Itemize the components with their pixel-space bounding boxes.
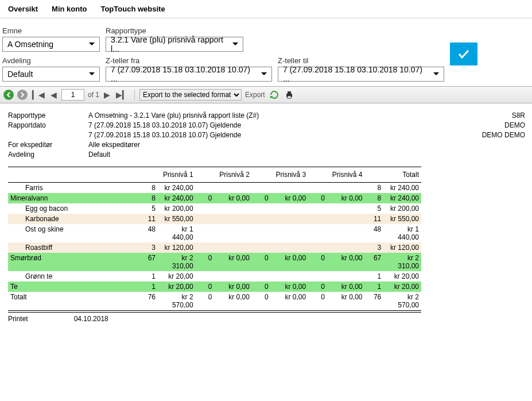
menu-toptouch-website[interactable]: TopTouch website <box>94 2 172 16</box>
row-cell <box>196 203 215 214</box>
table-header-row: Prisnivå 1 Prisnivå 2 Prisnivå 3 Prisniv… <box>8 167 421 183</box>
row-cell <box>271 214 309 224</box>
meta-rapportdato-label: Rapportdato <box>8 121 88 129</box>
row-cell: 5 <box>365 203 384 214</box>
row-cell: 3 <box>365 242 384 253</box>
row-cell <box>327 271 365 282</box>
table-row: Ost og skine48kr 1 440,0048kr 1 440,00 <box>8 224 421 242</box>
row-cell <box>308 224 327 242</box>
row-cell: kr 0,00 <box>214 253 252 271</box>
row-cell: kr 2 310,00 <box>383 253 421 271</box>
menubar: Oversikt Min konto TopTouch website <box>0 0 532 18</box>
header-prisniva3: Prisnivå 3 <box>252 167 308 183</box>
row-cell: 0 <box>308 253 327 271</box>
row-cell <box>271 224 309 242</box>
refresh-icon <box>270 90 279 99</box>
row-cell: kr 240,00 <box>158 183 196 194</box>
row-cell: 8 <box>139 183 158 194</box>
zfra-label: Z-teller fra <box>106 56 272 65</box>
row-cell: 0 <box>196 253 215 271</box>
row-cell: kr 550,00 <box>383 214 421 224</box>
row-cell <box>327 224 365 242</box>
row-cell <box>196 214 215 224</box>
row-cell: 1 <box>139 271 158 282</box>
table-row: Farris8kr 240,008kr 240,00 <box>8 183 421 194</box>
row-name: Egg og bacon <box>8 203 139 214</box>
row-cell <box>214 183 252 194</box>
check-icon <box>457 47 471 61</box>
next-page-button[interactable]: ▶ <box>103 90 111 99</box>
row-cell: 8 <box>365 193 384 203</box>
row-cell: 67 <box>365 253 384 271</box>
row-name: Mineralvann <box>8 193 139 203</box>
meta-avdeling-value: Default <box>88 151 259 159</box>
zfra-dropdown[interactable]: 7 (27.09.2018 15.18 03.10.2018 10.07) ..… <box>106 67 272 82</box>
rapporttype-dropdown[interactable]: 3.2.1 Vare (plu) prisnivå rapport l... <box>106 37 243 52</box>
ztil-label: Z-teller til <box>278 56 444 65</box>
table-row: Egg og bacon5kr 200,005kr 200,00 <box>8 203 421 214</box>
prev-page-button[interactable]: ◀ <box>49 90 58 99</box>
header-prisniva4: Prisnivå 4 <box>308 167 364 183</box>
menu-min-konto[interactable]: Min konto <box>45 2 94 16</box>
export-button[interactable]: Export <box>245 91 265 99</box>
print-icon <box>285 90 294 99</box>
row-cell <box>214 271 252 282</box>
avdeling-dropdown[interactable]: Default <box>2 67 100 82</box>
emne-dropdown[interactable]: A Omsetning <box>2 37 100 52</box>
nav-back-button[interactable] <box>3 90 14 100</box>
row-cell: 0 <box>308 282 327 292</box>
row-cell <box>327 183 365 194</box>
meta-demo2: DEMO DEMO <box>482 131 525 139</box>
meta-rapportdato-value1: 7 (27.09.2018 15.18 03.10.2018 10.07) Gj… <box>88 121 259 129</box>
filter-form: Emne A Omsetning Rapporttype 3.2.1 Vare … <box>0 18 532 86</box>
row-cell: 8 <box>139 193 158 203</box>
meta-rapporttype-label: Rapporttype <box>8 111 88 119</box>
row-cell: kr 0,00 <box>271 253 309 271</box>
ztil-dropdown[interactable]: 7 (27.09.2018 15.18 03.10.2018 10.07) ..… <box>278 67 444 82</box>
row-cell: kr 0,00 <box>271 292 309 311</box>
row-name: Grønn te <box>8 271 139 282</box>
row-cell: 76 <box>139 292 158 311</box>
print-button[interactable] <box>284 89 295 101</box>
confirm-button[interactable] <box>450 43 477 65</box>
row-cell: 8 <box>365 183 384 194</box>
row-cell: kr 2 310,00 <box>158 253 196 271</box>
row-cell <box>214 224 252 242</box>
row-cell <box>327 242 365 253</box>
last-page-button[interactable]: ▶▎ <box>115 90 130 99</box>
row-cell: kr 240,00 <box>158 193 196 203</box>
meta-eksp-value: Alle ekspeditører <box>88 141 259 149</box>
menu-oversikt[interactable]: Oversikt <box>1 2 45 16</box>
meta-eksp-label: For ekspeditør <box>8 141 88 149</box>
svg-rect-1 <box>288 91 291 94</box>
export-format-select[interactable]: Export to the selected format <box>139 89 242 101</box>
row-cell: 5 <box>139 203 158 214</box>
row-cell <box>196 242 215 253</box>
row-cell <box>271 242 309 253</box>
row-cell <box>271 271 309 282</box>
row-cell: kr 20,00 <box>158 271 196 282</box>
row-cell <box>271 203 309 214</box>
row-cell: 76 <box>365 292 384 311</box>
row-cell: 1 <box>365 282 384 292</box>
row-cell: kr 1 440,00 <box>158 224 196 242</box>
refresh-button[interactable] <box>269 89 280 101</box>
row-cell <box>252 183 271 194</box>
row-cell: 3 <box>139 242 158 253</box>
row-cell <box>252 214 271 224</box>
row-cell: kr 0,00 <box>271 282 309 292</box>
row-name: Te <box>8 282 139 292</box>
row-cell <box>214 242 252 253</box>
nav-forward-button[interactable] <box>17 90 28 100</box>
first-page-button[interactable]: ▎◀ <box>31 90 46 99</box>
emne-label: Emne <box>2 26 100 35</box>
row-cell: kr 2 570,00 <box>158 292 196 311</box>
row-name: Karbonade <box>8 214 139 224</box>
page-number-input[interactable] <box>61 89 84 101</box>
row-cell: 48 <box>139 224 158 242</box>
row-cell: kr 0,00 <box>214 292 252 311</box>
rapporttype-label: Rapporttype <box>106 26 444 35</box>
row-cell: kr 0,00 <box>271 193 309 203</box>
table-row: Karbonade11kr 550,0011kr 550,00 <box>8 214 421 224</box>
row-cell: 0 <box>252 253 271 271</box>
